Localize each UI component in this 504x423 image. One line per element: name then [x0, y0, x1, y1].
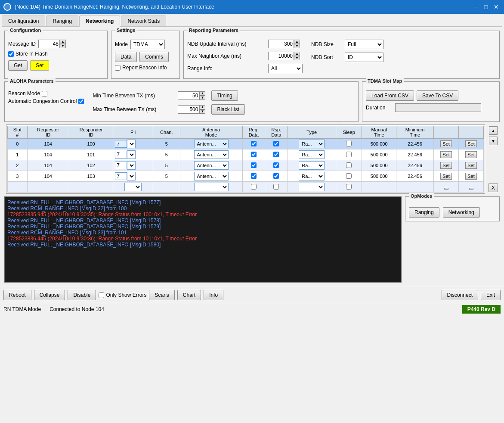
beacon-mode-checkbox[interactable]: [42, 91, 47, 96]
ranging-button[interactable]: Ranging: [409, 207, 439, 218]
antenna-select-2[interactable]: Antenn...: [194, 161, 229, 170]
range-info-select[interactable]: AllNoneSelected: [268, 64, 303, 73]
min-time-down[interactable]: ▼: [199, 96, 205, 100]
table-x-button[interactable]: X: [489, 184, 498, 192]
req-data-cb-2[interactable]: [251, 162, 257, 168]
min-time-label: Min Time Between TX (ms): [93, 93, 174, 99]
only-errors-checkbox[interactable]: [99, 292, 104, 298]
antenna-select-3[interactable]: Antenn...: [194, 172, 229, 180]
pii-field-3[interactable]: [115, 172, 127, 180]
min-time-field[interactable]: [178, 91, 199, 100]
pii-field-2[interactable]: [115, 162, 127, 169]
req-data-cb-1[interactable]: [251, 152, 257, 157]
mode-select[interactable]: TDMA ALOHA: [130, 40, 165, 49]
cell-set1-1: Set: [434, 149, 459, 160]
antenna-select-1[interactable]: Antenn...: [194, 150, 229, 159]
pii-select-2[interactable]: 7: [127, 161, 136, 170]
empty-antenna-select[interactable]: [194, 183, 229, 191]
antenna-select-0[interactable]: Antenn...: [194, 140, 229, 148]
type-select-3[interactable]: Ra...: [299, 172, 325, 180]
tab-configuration[interactable]: Configuration: [2, 16, 45, 26]
load-csv-button[interactable]: Load From CSV: [366, 90, 414, 101]
tab-network-stats[interactable]: Network Stats: [121, 16, 166, 26]
scroll-down-button[interactable]: ▼: [489, 137, 498, 145]
set1-btn-0[interactable]: Set: [440, 140, 452, 147]
chart-button[interactable]: Chart: [177, 290, 201, 300]
sleep-cb-0[interactable]: [346, 141, 352, 146]
info-button[interactable]: Info: [204, 290, 223, 300]
min-time-up[interactable]: ▲: [199, 91, 205, 96]
empty-set2-btn[interactable]: [469, 188, 473, 190]
sleep-cb-3[interactable]: [346, 173, 352, 179]
set2-btn-3[interactable]: Set: [465, 173, 477, 180]
set1-btn-2[interactable]: Set: [440, 162, 452, 169]
ndb-update-field[interactable]: [268, 40, 294, 48]
empty-type-select[interactable]: [299, 183, 325, 191]
type-select-2[interactable]: Ra...: [299, 161, 325, 170]
set-button[interactable]: Set: [30, 60, 49, 71]
ndb-update-down[interactable]: ▼: [294, 44, 300, 48]
set1-btn-1[interactable]: Set: [440, 151, 452, 158]
empty-pii-select[interactable]: [124, 183, 142, 191]
max-time-down[interactable]: ▼: [199, 109, 205, 114]
req-data-cb-0[interactable]: [251, 141, 257, 146]
tab-networking[interactable]: Networking: [79, 16, 120, 27]
save-csv-button[interactable]: Save To CSV: [417, 90, 458, 101]
message-id-field[interactable]: [38, 40, 60, 48]
networking-button[interactable]: Networking: [443, 207, 480, 218]
max-neighbor-down[interactable]: ▼: [294, 56, 300, 60]
close-button[interactable]: ✕: [492, 3, 501, 11]
set1-btn-3[interactable]: Set: [440, 173, 452, 180]
rsp-data-cb-3[interactable]: [273, 173, 279, 179]
collapse-button[interactable]: Collapse: [34, 290, 65, 300]
sleep-cb-1[interactable]: [346, 152, 352, 157]
message-id-down[interactable]: ▼: [60, 44, 66, 48]
pii-select-0[interactable]: 7: [127, 140, 136, 148]
scroll-up-button[interactable]: ▲: [489, 126, 498, 135]
timing-button[interactable]: Timing: [211, 90, 238, 101]
set2-btn-0[interactable]: Set: [465, 140, 477, 147]
ndb-sort-select[interactable]: IDRangeAge: [345, 53, 383, 62]
log-area[interactable]: Received RN_FULL_NEIGHBOR_DATABASE_INFO …: [4, 196, 402, 283]
tab-ranging[interactable]: Ranging: [46, 16, 78, 26]
rsp-data-cb-1[interactable]: [273, 152, 279, 157]
rsp-data-cb-2[interactable]: [273, 162, 279, 168]
empty-rsp-cb[interactable]: [273, 184, 279, 190]
comms-button[interactable]: Comms: [139, 52, 168, 62]
pii-field-1[interactable]: [115, 151, 127, 159]
ndb-size-select[interactable]: FullPartial: [345, 40, 383, 49]
scans-button[interactable]: Scans: [149, 290, 174, 300]
ndb-update-up[interactable]: ▲: [294, 40, 300, 44]
data-button[interactable]: Data: [115, 52, 137, 62]
auto-congestion-checkbox[interactable]: [78, 99, 84, 104]
req-data-cb-3[interactable]: [251, 173, 257, 179]
max-time-up[interactable]: ▲: [199, 105, 205, 109]
sleep-cb-2[interactable]: [346, 162, 352, 168]
empty-set1-btn[interactable]: [444, 188, 448, 190]
reboot-button[interactable]: Reboot: [3, 290, 31, 300]
type-select-1[interactable]: Ra...: [299, 150, 325, 159]
message-id-up[interactable]: ▲: [60, 40, 66, 44]
exit-button[interactable]: Exit: [481, 290, 501, 300]
pii-select-3[interactable]: 7: [127, 172, 136, 180]
disable-button[interactable]: Disable: [68, 290, 96, 300]
report-beacon-checkbox[interactable]: [115, 65, 121, 71]
maximize-button[interactable]: □: [482, 3, 490, 11]
rsp-data-cb-0[interactable]: [273, 141, 279, 146]
max-time-field[interactable]: [178, 105, 199, 114]
pii-field-0[interactable]: [115, 140, 127, 148]
type-select-0[interactable]: Ra...: [299, 140, 325, 148]
max-neighbor-field[interactable]: [268, 52, 294, 60]
range-info-row: Range Info AllNoneSelected: [187, 64, 303, 73]
pii-select-1[interactable]: 7: [127, 150, 136, 159]
empty-req-cb[interactable]: [251, 184, 257, 190]
store-in-flash-checkbox[interactable]: [8, 51, 14, 57]
get-button[interactable]: Get: [8, 60, 28, 71]
max-neighbor-up[interactable]: ▲: [294, 52, 300, 56]
disconnect-button[interactable]: Disconnect: [442, 290, 478, 300]
set2-btn-2[interactable]: Set: [465, 162, 477, 169]
set2-btn-1[interactable]: Set: [465, 151, 477, 158]
minimize-button[interactable]: −: [471, 3, 480, 11]
blacklist-button[interactable]: Black List: [211, 104, 244, 115]
empty-sleep-cb[interactable]: [346, 184, 352, 190]
